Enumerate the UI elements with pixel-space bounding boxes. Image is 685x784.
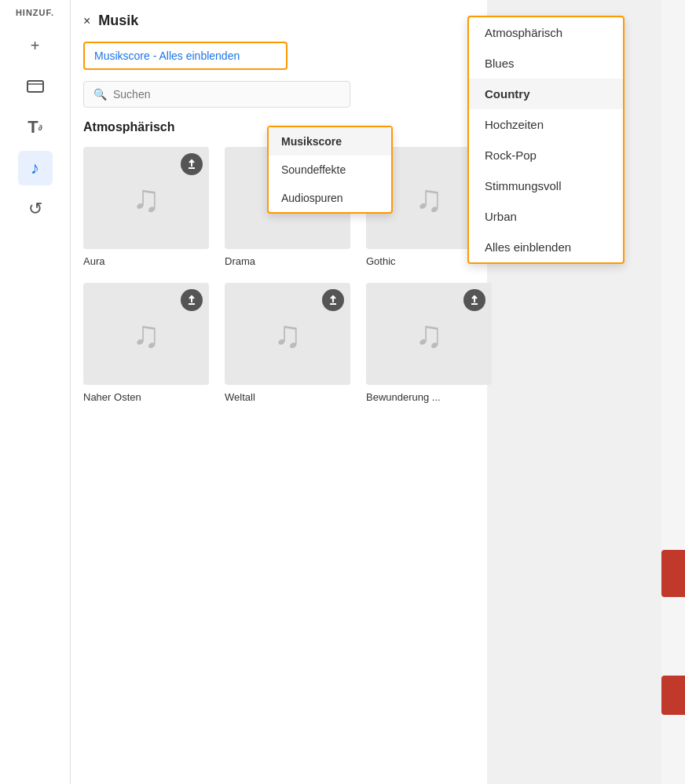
music-thumb-weltall: ♫ — [225, 283, 350, 385]
note-icon: ♫ — [132, 177, 160, 220]
source-dropdown-popup: Musikscore Soundeffekte Audiospuren — [267, 126, 393, 214]
search-icon: 🔍 — [93, 88, 107, 101]
source-dropdown-trigger[interactable]: Musikscore - Alles einblenden — [83, 42, 288, 70]
note-icon: ♫ — [415, 177, 443, 220]
main-panel: × Musik Musikscore - Alles einblenden 🔍 … — [71, 0, 487, 784]
music-thumb-aura: ♫ — [83, 147, 209, 249]
svg-rect-0 — [27, 81, 43, 92]
upload-badge — [322, 289, 344, 311]
genre-option-country[interactable]: Country — [469, 79, 623, 109]
add-icon[interactable]: + — [18, 28, 53, 63]
genre-dropdown-popup: Atmosphärisch Blues Country Hochzeiten R… — [467, 16, 625, 264]
source-option-musikscore[interactable]: Musikscore — [269, 127, 391, 156]
music-label: Drama — [225, 255, 255, 267]
right-edge — [661, 0, 685, 784]
music-card-aura[interactable]: ♫ Aura — [83, 147, 209, 267]
note-icon: ♫ — [132, 313, 160, 356]
genre-option-blues[interactable]: Blues — [469, 48, 623, 79]
genre-option-urban[interactable]: Urban — [469, 201, 623, 232]
music-label: Bewunderung ... — [366, 391, 441, 403]
toolbar-label: HINZUF. — [16, 8, 54, 17]
genre-option-alleseinblenden[interactable]: Alles einblenden — [469, 232, 623, 262]
genre-option-hochzeiten[interactable]: Hochzeiten — [469, 109, 623, 140]
panel-title: Musik — [98, 13, 138, 29]
music-label: Gothic — [366, 255, 396, 267]
genre-option-rockpop[interactable]: Rock-Pop — [469, 140, 623, 170]
source-option-soundeffekte[interactable]: Soundeffekte — [269, 156, 391, 184]
music-thumb-bewunderung: ♫ — [366, 283, 492, 385]
music-icon[interactable]: ♪ — [18, 151, 53, 185]
upload-badge — [463, 289, 485, 311]
upload-badge — [181, 153, 203, 175]
source-option-audiospuren[interactable]: Audiospuren — [269, 184, 391, 212]
music-card-bewunderung[interactable]: ♫ Bewunderung ... — [366, 283, 492, 403]
music-card-weltall[interactable]: ♫ Weltall — [225, 283, 350, 403]
note-icon: ♫ — [415, 313, 443, 356]
music-label: Naher Osten — [83, 391, 141, 403]
music-thumb-naherosten: ♫ — [83, 283, 209, 385]
close-button[interactable]: × — [83, 14, 90, 28]
search-bar: 🔍 — [83, 81, 350, 108]
panel-header: × Musik — [83, 13, 474, 29]
media-icon[interactable] — [18, 69, 53, 104]
text-icon[interactable]: T∂ — [18, 110, 53, 145]
music-label: Aura — [83, 255, 104, 267]
undo-icon[interactable]: ↺ — [18, 192, 53, 226]
music-card-naherosten[interactable]: ♫ Naher Osten — [83, 283, 209, 403]
music-label: Weltall — [225, 391, 255, 403]
note-icon: ♫ — [273, 313, 302, 356]
left-toolbar: HINZUF. + T∂ ♪ ↺ — [0, 0, 71, 784]
search-input[interactable] — [113, 88, 340, 101]
genre-option-stimmungsvoll[interactable]: Stimmungsvoll — [469, 170, 623, 201]
upload-badge — [181, 289, 203, 311]
right-edge-accent2 — [661, 676, 685, 715]
right-edge-accent — [661, 550, 685, 597]
genre-option-atmosphaerisch[interactable]: Atmosphärisch — [469, 17, 623, 48]
